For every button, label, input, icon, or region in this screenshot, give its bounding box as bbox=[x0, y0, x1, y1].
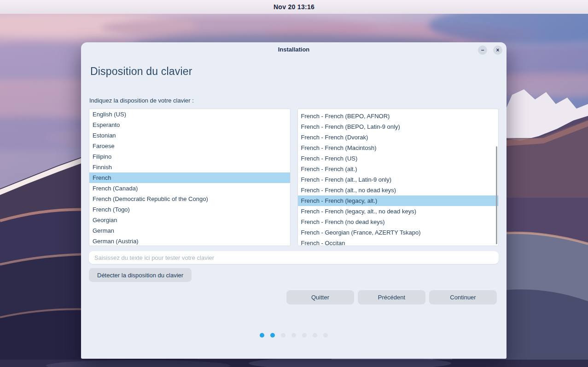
list-item-selected[interactable]: French bbox=[89, 172, 290, 183]
progress-dot bbox=[302, 333, 307, 338]
close-icon: × bbox=[496, 47, 499, 53]
minimize-icon: − bbox=[481, 47, 484, 53]
quit-button[interactable]: Quitter bbox=[286, 290, 354, 304]
progress-dot bbox=[270, 333, 275, 338]
scrollbar-thumb[interactable] bbox=[496, 146, 497, 244]
back-button[interactable]: Précédent bbox=[358, 290, 425, 304]
list-item[interactable]: Faroese bbox=[89, 141, 290, 151]
progress-dot bbox=[281, 333, 285, 338]
list-item[interactable]: French (Togo) bbox=[89, 204, 290, 215]
instruction-label: Indiquez la disposition de votre clavier… bbox=[89, 97, 194, 104]
list-item[interactable]: French - French (alt., no dead keys) bbox=[298, 185, 499, 195]
list-item[interactable]: French (Canada) bbox=[89, 183, 290, 194]
variant-list[interactable]: French - French (BEPO, AFNOR)French - Fr… bbox=[297, 109, 499, 246]
keyboard-test-input[interactable] bbox=[89, 251, 499, 264]
list-item[interactable]: Estonian bbox=[89, 130, 290, 141]
list-item[interactable]: French - French (alt.) bbox=[298, 164, 499, 174]
progress-dot bbox=[291, 333, 296, 338]
list-item[interactable]: English (US) bbox=[89, 109, 290, 120]
variant-list-items: French - French (BEPO, AFNOR)French - Fr… bbox=[298, 111, 499, 246]
list-item[interactable]: Finnish bbox=[89, 162, 290, 172]
page-title: Disposition du clavier bbox=[90, 65, 192, 78]
progress-dot bbox=[323, 333, 328, 338]
continue-button[interactable]: Continuer bbox=[429, 290, 497, 304]
progress-dots bbox=[81, 333, 506, 338]
list-item[interactable]: French - French (legacy, alt., no dead k… bbox=[298, 206, 499, 217]
list-item[interactable]: Filipino bbox=[89, 151, 290, 162]
list-item-selected[interactable]: French - French (legacy, alt.) bbox=[298, 195, 499, 206]
detect-layout-button[interactable]: Détecter la disposition du clavier bbox=[89, 268, 192, 282]
layout-list[interactable]: English (US)EsperantoEstonianFaroeseFili… bbox=[89, 109, 291, 246]
list-item[interactable]: French - French (US) bbox=[298, 153, 499, 164]
clock[interactable]: Nov 20 13:16 bbox=[274, 3, 314, 11]
window-title: Installation bbox=[278, 46, 310, 53]
installer-window: Installation − × Disposition du clavier … bbox=[81, 42, 506, 359]
list-item[interactable]: French - French (no dead keys) bbox=[298, 217, 499, 227]
list-item[interactable]: French (Democratic Republic of the Congo… bbox=[89, 194, 290, 204]
list-item[interactable]: French - French (Macintosh) bbox=[298, 143, 499, 153]
list-item[interactable]: German bbox=[89, 225, 290, 236]
list-item[interactable]: German (Austria) bbox=[89, 236, 290, 246]
list-item[interactable]: Esperanto bbox=[89, 120, 290, 130]
progress-dot bbox=[260, 333, 264, 338]
window-controls: − × bbox=[478, 46, 502, 55]
list-item[interactable]: French - French (BEPO, AFNOR) bbox=[298, 111, 499, 121]
list-item[interactable]: French - French (Dvorak) bbox=[298, 132, 499, 143]
list-item[interactable]: French - Occitan bbox=[298, 238, 499, 246]
top-panel: Nov 20 13:16 bbox=[0, 0, 588, 14]
list-item[interactable]: French - French (BEPO, Latin-9 only) bbox=[298, 121, 499, 132]
titlebar[interactable]: Installation bbox=[81, 42, 506, 56]
list-item[interactable]: French - French (alt., Latin-9 only) bbox=[298, 174, 499, 185]
layout-list-items: English (US)EsperantoEstonianFaroeseFili… bbox=[89, 109, 290, 246]
progress-dot bbox=[313, 333, 317, 338]
nav-buttons: Quitter Précédent Continuer bbox=[286, 290, 497, 304]
close-button[interactable]: × bbox=[493, 46, 502, 55]
list-item[interactable]: Georgian bbox=[89, 215, 290, 225]
list-item[interactable]: French - Georgian (France, AZERTY Tskapo… bbox=[298, 227, 499, 238]
keyboard-lists: English (US)EsperantoEstonianFaroeseFili… bbox=[89, 109, 499, 246]
minimize-button[interactable]: − bbox=[478, 46, 487, 55]
